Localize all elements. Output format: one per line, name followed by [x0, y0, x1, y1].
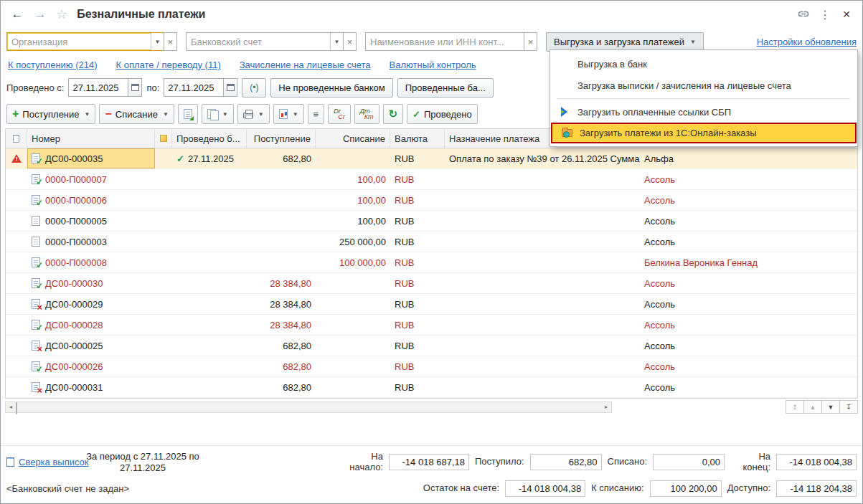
favorite-star-icon[interactable]: ☆ — [56, 6, 67, 22]
table-row[interactable]: ДС00-00002928 384,80RUBАссоль — [6, 294, 857, 315]
app-window: ← → ☆ Безналичные платежи ⋮ × ▼ × ▼ × — [0, 0, 863, 504]
organization-dropdown-icon[interactable]: ▼ — [151, 33, 164, 50]
flag-cell — [155, 148, 172, 168]
table-row[interactable]: 0000-П000005100,00RUBАссоль — [6, 211, 857, 232]
date-to-input[interactable] — [164, 78, 224, 97]
calendar-icon[interactable] — [128, 78, 142, 97]
scrollbar-track[interactable] — [16, 402, 601, 412]
outcome-cell: 100,00 — [316, 211, 390, 231]
close-icon[interactable]: × — [838, 6, 855, 22]
counterparty-search-input[interactable] — [366, 33, 524, 50]
table-row[interactable]: 0000-П000007100,00RUBАссоль — [6, 169, 857, 190]
spent-field: 0,00 — [653, 454, 725, 470]
upload-download-menu-button[interactable]: Выгрузка и загрузка платежей ▼ — [546, 32, 704, 52]
chevron-down-icon: ▼ — [222, 111, 228, 118]
menu-item-load-1c-online-orders[interactable]: Загрузить платежи из 1С:Онлайн-заказы — [551, 123, 857, 143]
link-to-pay[interactable]: К оплате / переводу (11) — [116, 60, 221, 70]
totals-row: Сверка выписок За период с 27.11.2025 по… — [6, 451, 857, 475]
outcome-cell — [316, 273, 390, 293]
copy-document-icon — [184, 109, 192, 119]
chevron-down-icon: ▼ — [163, 111, 169, 118]
scroll-left-icon[interactable]: ◄ — [6, 404, 16, 409]
print-button[interactable]: ▼ — [237, 104, 270, 124]
add-writeoff-button[interactable]: − Списание ▼ — [99, 104, 174, 124]
outcome-cell — [316, 377, 390, 397]
table-row[interactable]: ДС00-00003028 384,80RUBАссоль — [6, 273, 857, 294]
copy-button[interactable] — [178, 104, 198, 124]
bank-account-input[interactable] — [187, 33, 330, 50]
go-first-button[interactable]: ↥ — [786, 400, 804, 414]
document-plain-icon — [32, 237, 40, 247]
documents-stack-icon — [207, 109, 217, 119]
more-menu-icon[interactable]: ⋮ — [816, 8, 834, 22]
period-interval-button[interactable]: (•) — [242, 78, 266, 98]
mark-icon — [160, 135, 167, 142]
flag-cell — [155, 315, 172, 335]
bank-account-clear-icon[interactable]: × — [343, 32, 357, 51]
table-row[interactable]: ДС00-00002828 384,80RUBАссоль — [6, 315, 857, 336]
header-number[interactable]: Номер — [27, 129, 155, 148]
add-receipt-button[interactable]: + Поступление ▼ — [6, 104, 95, 124]
header-flag-column[interactable] — [155, 129, 172, 148]
update-settings-link[interactable]: Настройки обновления — [757, 37, 857, 47]
dtkt-button[interactable]: ДтКт — [354, 104, 379, 124]
table-row[interactable]: 0000-П000008100 000,00RUBБелкина Вероник… — [6, 252, 857, 273]
currency-cell: RUB — [390, 315, 445, 335]
menu-item-upload-to-bank[interactable]: Выгрузка в банк — [550, 53, 857, 75]
forward-button[interactable]: → — [31, 6, 49, 23]
document-posted-icon — [32, 195, 40, 205]
posted-cell — [172, 211, 247, 231]
table-row[interactable]: ДС00-000026682,80RUBАссоль — [6, 356, 857, 377]
scroll-right-icon[interactable]: ► — [601, 404, 611, 409]
purpose-cell — [445, 232, 640, 252]
header-outcome[interactable]: Списание — [316, 129, 390, 148]
header-income[interactable]: Поступление — [247, 129, 316, 148]
table-row[interactable]: ДС00-000025682,80RUBАссоль — [6, 336, 857, 356]
list-settings-button[interactable]: ≡ — [308, 104, 325, 124]
calendar-icon[interactable] — [223, 78, 237, 97]
outcome-cell — [316, 148, 390, 168]
get-link-icon[interactable] — [795, 9, 812, 20]
organization-clear-icon[interactable]: × — [164, 32, 177, 51]
link-currency-control[interactable]: Валютный контроль — [390, 60, 476, 70]
table-row[interactable]: 0000-П000003250 000,00RUBАссоль — [6, 232, 857, 252]
report-button[interactable]: ▼ — [273, 104, 304, 124]
header-posted[interactable]: Проведено б...↑ — [172, 129, 247, 148]
purpose-cell — [445, 315, 640, 335]
menu-item-load-sbp-links[interactable]: Загрузить оплаченные ссылки СБП — [550, 101, 857, 123]
go-next-button[interactable]: ▼ — [821, 400, 840, 414]
row-status-cell — [6, 336, 27, 356]
date-from-input[interactable] — [68, 78, 128, 97]
not-posted-by-bank-button[interactable]: Не проведенные банком — [270, 78, 392, 98]
document-number-cell: 0000-П000007 — [27, 169, 155, 189]
header-currency[interactable]: Валюта — [390, 129, 445, 148]
link-to-receipt[interactable]: К поступлению (214) — [8, 60, 98, 70]
bank-account-dropdown-icon[interactable]: ▼ — [330, 33, 343, 50]
table-row[interactable]: !ДС00-000035✓27.11.2025682,80RUBОплата п… — [6, 148, 857, 169]
group-actions-button[interactable]: ▼ — [202, 104, 234, 124]
document-plain-icon — [32, 216, 40, 226]
outcome-cell — [316, 356, 390, 376]
posted-toggle-button[interactable]: ✓ Проведено — [407, 104, 478, 124]
scrollbar-thumb[interactable] — [16, 402, 17, 414]
horizontal-scrollbar[interactable]: ◄ ► — [5, 401, 612, 413]
counterparty-clear-icon[interactable]: × — [524, 32, 537, 51]
organization-field-group: ▼ × — [6, 32, 177, 51]
posted-by-bank-button[interactable]: Проведенные ба... — [397, 78, 494, 98]
organization-input[interactable] — [7, 33, 151, 50]
drcr-button[interactable]: DrCr — [328, 104, 351, 124]
table-row[interactable]: ДС00-000031682,80RUBАссоль — [6, 377, 857, 398]
go-previous-button[interactable]: ▲ — [803, 400, 822, 414]
date-from-group — [68, 78, 142, 97]
purpose-cell: Оплата по заказу №39 от 26.11.2025 Сумма… — [445, 148, 640, 168]
table-row[interactable]: 0000-П000006100,00RUBАссоль — [6, 190, 857, 211]
row-status-cell — [6, 211, 27, 231]
minus-icon: − — [105, 108, 111, 120]
header-status-column[interactable] — [6, 129, 27, 148]
reconcile-statements-link[interactable]: Сверка выписок — [19, 457, 60, 468]
go-last-button[interactable]: ↧ — [839, 400, 858, 414]
menu-item-load-statement[interactable]: Загрузка выписки / зачисления на лицевые… — [550, 75, 857, 96]
refresh-button[interactable]: ↻ — [383, 104, 404, 124]
back-button[interactable]: ← — [8, 6, 27, 23]
link-personal-accounts[interactable]: Зачисление на лицевые счета — [240, 60, 371, 70]
